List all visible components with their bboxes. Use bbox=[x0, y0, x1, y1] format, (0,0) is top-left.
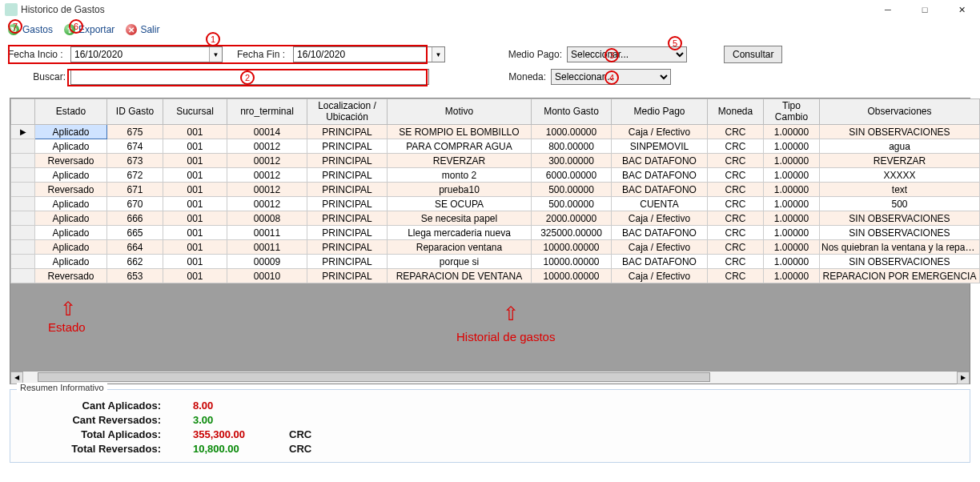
table-row[interactable]: Reversado65300100010PRINCIPALREPARACION … bbox=[11, 269, 981, 283]
cell-obs[interactable]: agua bbox=[820, 139, 980, 154]
table-row[interactable]: Aplicado67000100012PRINCIPALSE OCUPA500.… bbox=[11, 197, 981, 211]
cell-moneda[interactable]: CRC bbox=[708, 240, 764, 255]
cell-obs[interactable]: SIN OBSERVACIONES bbox=[820, 125, 980, 139]
moneda-select[interactable]: Seleccionar... bbox=[551, 69, 671, 85]
row-header[interactable] bbox=[11, 269, 35, 283]
cell-mot[interactable]: REPARACION DE VENTANA bbox=[388, 269, 532, 283]
scroll-track[interactable] bbox=[23, 372, 957, 384]
column-header[interactable]: Monto Gasto bbox=[532, 99, 612, 125]
cell-loc[interactable]: PRINCIPAL bbox=[307, 154, 388, 168]
fecha-fin-input[interactable] bbox=[294, 47, 432, 62]
cell-loc[interactable]: PRINCIPAL bbox=[307, 226, 388, 240]
row-header[interactable] bbox=[11, 255, 35, 269]
cell-monto[interactable]: 500.00000 bbox=[532, 197, 612, 211]
calendar-icon[interactable]: ▼ bbox=[209, 47, 222, 62]
cell-moneda[interactable]: CRC bbox=[708, 183, 764, 197]
cell-estado[interactable]: Aplicado bbox=[35, 211, 107, 226]
cell-id[interactable]: 675 bbox=[107, 125, 163, 139]
gastos-button[interactable]: ↻ Gastos bbox=[8, 24, 53, 35]
row-header[interactable] bbox=[11, 226, 35, 240]
column-header[interactable]: Sucursal bbox=[163, 99, 227, 125]
cell-suc[interactable]: 001 bbox=[163, 255, 227, 269]
cell-estado[interactable]: Aplicado bbox=[35, 240, 107, 255]
cell-monto[interactable]: 10000.00000 bbox=[532, 269, 612, 283]
cell-suc[interactable]: 001 bbox=[163, 211, 227, 226]
cell-id[interactable]: 666 bbox=[107, 211, 163, 226]
cell-medio[interactable]: BAC DATAFONO bbox=[612, 154, 708, 168]
cell-id[interactable]: 653 bbox=[107, 269, 163, 283]
cell-loc[interactable]: PRINCIPAL bbox=[307, 125, 388, 139]
cell-estado[interactable]: Reversado bbox=[35, 269, 107, 283]
cell-suc[interactable]: 001 bbox=[163, 183, 227, 197]
cell-medio[interactable]: Caja / Efectivo bbox=[612, 211, 708, 226]
cell-monto[interactable]: 1000.00000 bbox=[532, 125, 612, 139]
cell-loc[interactable]: PRINCIPAL bbox=[307, 183, 388, 197]
cell-estado[interactable]: Aplicado bbox=[35, 255, 107, 269]
cell-suc[interactable]: 001 bbox=[163, 226, 227, 240]
row-header[interactable] bbox=[11, 197, 35, 211]
maximize-button[interactable]: □ bbox=[906, 0, 943, 19]
cell-id[interactable]: 674 bbox=[107, 139, 163, 154]
column-header[interactable]: Tipo Cambio bbox=[764, 99, 820, 125]
cell-suc[interactable]: 001 bbox=[163, 168, 227, 183]
cell-id[interactable]: 671 bbox=[107, 183, 163, 197]
scroll-right-button[interactable]: ▶ bbox=[957, 372, 970, 384]
cell-moneda[interactable]: CRC bbox=[708, 269, 764, 283]
cell-mot[interactable]: Llega mercaderia nueva bbox=[388, 226, 532, 240]
cell-mot[interactable]: porque si bbox=[388, 255, 532, 269]
cell-term[interactable]: 00008 bbox=[227, 211, 307, 226]
cell-moneda[interactable]: CRC bbox=[708, 125, 764, 139]
table-row[interactable]: Aplicado66600100008PRINCIPALSe necesita … bbox=[11, 211, 981, 226]
fecha-inicio-picker[interactable]: ▼ bbox=[70, 46, 223, 62]
table-row[interactable]: Aplicado67200100012PRINCIPALmonto 26000.… bbox=[11, 168, 981, 183]
column-header[interactable]: Moneda bbox=[708, 99, 764, 125]
cell-tc[interactable]: 1.00000 bbox=[764, 211, 820, 226]
cell-mot[interactable]: SE OCUPA bbox=[388, 197, 532, 211]
cell-id[interactable]: 670 bbox=[107, 197, 163, 211]
cell-moneda[interactable]: CRC bbox=[708, 139, 764, 154]
cell-obs[interactable]: SIN OBSERVACIONES bbox=[820, 211, 980, 226]
column-header[interactable]: Medio Pago bbox=[612, 99, 708, 125]
cell-moneda[interactable]: CRC bbox=[708, 154, 764, 168]
cell-medio[interactable]: CUENTA bbox=[612, 197, 708, 211]
cell-loc[interactable]: PRINCIPAL bbox=[307, 211, 388, 226]
cell-term[interactable]: 00014 bbox=[227, 125, 307, 139]
cell-loc[interactable]: PRINCIPAL bbox=[307, 139, 388, 154]
cell-tc[interactable]: 1.00000 bbox=[764, 125, 820, 139]
salir-button[interactable]: ✕ Salir bbox=[126, 24, 159, 35]
table-row[interactable]: Aplicado67400100012PRINCIPALPARA COMPRAR… bbox=[11, 139, 981, 154]
cell-mot[interactable]: monto 2 bbox=[388, 168, 532, 183]
cell-suc[interactable]: 001 bbox=[163, 139, 227, 154]
horizontal-scrollbar[interactable]: ◀ ▶ bbox=[10, 371, 970, 384]
table-row[interactable]: Aplicado66500100011PRINCIPALLlega mercad… bbox=[11, 226, 981, 240]
calendar-icon[interactable]: ▼ bbox=[432, 47, 444, 62]
row-header[interactable] bbox=[11, 211, 35, 226]
cell-loc[interactable]: PRINCIPAL bbox=[307, 168, 388, 183]
cell-loc[interactable]: PRINCIPAL bbox=[307, 255, 388, 269]
cell-estado[interactable]: Aplicado bbox=[35, 168, 107, 183]
column-header[interactable]: ID Gasto bbox=[107, 99, 163, 125]
cell-term[interactable]: 00012 bbox=[227, 168, 307, 183]
cell-term[interactable]: 00012 bbox=[227, 154, 307, 168]
cell-loc[interactable]: PRINCIPAL bbox=[307, 197, 388, 211]
cell-suc[interactable]: 001 bbox=[163, 197, 227, 211]
cell-medio[interactable]: Caja / Efectivo bbox=[612, 125, 708, 139]
cell-id[interactable]: 673 bbox=[107, 154, 163, 168]
minimize-button[interactable]: ─ bbox=[870, 0, 906, 19]
cell-mot[interactable]: prueba10 bbox=[388, 183, 532, 197]
cell-medio[interactable]: Caja / Efectivo bbox=[612, 269, 708, 283]
cell-term[interactable]: 00012 bbox=[227, 197, 307, 211]
cell-monto[interactable]: 800.00000 bbox=[532, 139, 612, 154]
buscar-input[interactable] bbox=[70, 69, 429, 85]
cell-moneda[interactable]: CRC bbox=[708, 226, 764, 240]
cell-term[interactable]: 00010 bbox=[227, 269, 307, 283]
cell-monto[interactable]: 6000.00000 bbox=[532, 168, 612, 183]
cell-term[interactable]: 00011 bbox=[227, 226, 307, 240]
row-header[interactable]: ▶ bbox=[11, 125, 35, 139]
cell-obs[interactable]: REVERZAR bbox=[820, 154, 980, 168]
scroll-thumb[interactable] bbox=[38, 372, 710, 382]
column-header[interactable]: nro_terminal bbox=[227, 99, 307, 125]
cell-monto[interactable]: 500.00000 bbox=[532, 183, 612, 197]
cell-obs[interactable]: SIN OBSERVACIONES bbox=[820, 226, 980, 240]
cell-obs[interactable]: text bbox=[820, 183, 980, 197]
